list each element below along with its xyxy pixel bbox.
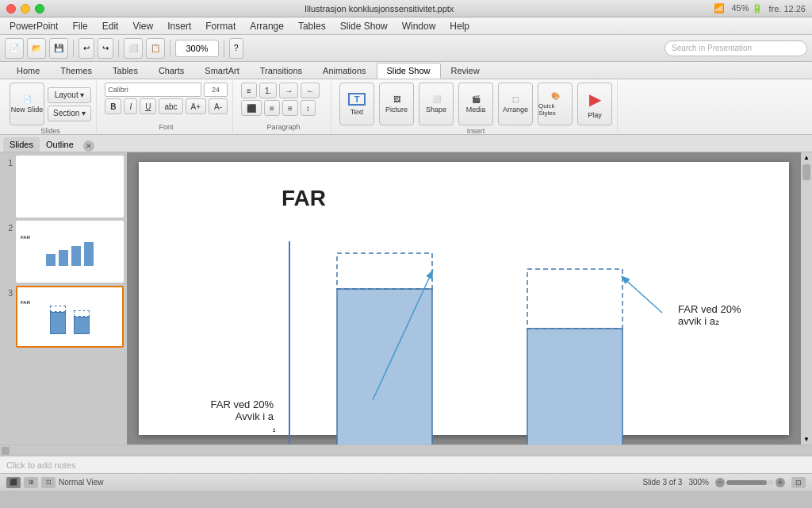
zoom-display[interactable]: 300% [175,40,219,57]
section-button[interactable]: Section ▾ [48,106,91,121]
align-left-button[interactable]: ⬛ [241,100,262,116]
menu-slideshow[interactable]: Slide Show [334,19,394,33]
tab-review[interactable]: Review [441,63,490,79]
zoom-out-button[interactable]: − [715,478,725,487]
open-button[interactable]: 📂 [27,38,46,59]
zoom-in-button[interactable]: + [776,478,785,487]
toolbar-separator-2 [118,40,119,57]
search-input[interactable]: Search in Presentation [665,40,807,56]
help-button[interactable]: ? [229,38,243,59]
tab-slideshow[interactable]: Slide Show [377,63,441,79]
insert-shape-button[interactable]: ⬜ Shape [419,83,454,125]
increase-font-button[interactable]: A+ [186,98,207,114]
strikethrough-button[interactable]: abc [159,98,182,114]
tab-outline[interactable]: Outline [40,137,80,152]
menu-tables[interactable]: Tables [292,19,332,33]
redo-button[interactable]: ↪ [98,38,113,59]
decrease-font-button[interactable]: A- [209,98,228,114]
slide-thumbnail-3[interactable]: FAR [16,286,124,348]
menubar: PowerPoint File Edit View Insert Format … [0,17,812,35]
menu-window[interactable]: Window [396,19,442,33]
zoom-slider[interactable] [726,480,774,485]
italic-button[interactable]: I [124,98,137,114]
svg-line-7 [622,277,662,313]
menu-edit[interactable]: Edit [96,19,125,33]
menu-file[interactable]: File [66,19,94,33]
menu-arrange[interactable]: Arrange [243,19,290,33]
paste-button[interactable]: 📋 [146,38,165,59]
svg-rect-5 [527,269,622,329]
scrollbar-right[interactable]: ▲ ▼ [801,152,812,444]
indent-less-button[interactable]: ← [301,83,320,98]
slide-sorter-button[interactable]: ⊞ [24,477,38,488]
new-slide-button[interactable]: 📄 New Slide [10,83,44,125]
menu-insert[interactable]: Insert [161,19,197,33]
align-center-button[interactable]: ≡ [264,100,280,116]
font-name-input[interactable]: Calibri [105,83,201,97]
maximize-button[interactable] [35,4,44,13]
text-icon: T [348,93,366,106]
save-button[interactable]: 💾 [49,38,68,59]
zoom-level: 300% [688,478,709,487]
quick-styles-button[interactable]: 🎨 Quick Styles [538,83,573,125]
menu-help[interactable]: Help [443,19,476,33]
play-button[interactable]: ▶ Play [577,83,612,125]
close-button[interactable] [6,4,16,13]
tab-smartart[interactable]: SmartArt [194,63,249,79]
arrange-icon: ⬚ [512,95,519,103]
tab-themes[interactable]: Themes [50,63,102,79]
undo-button[interactable]: ↩ [79,38,94,59]
insert-media-button[interactable]: 🎬 Media [458,83,493,125]
minimize-button[interactable] [21,4,30,13]
slide-thumb-container-3: 3 FAR [3,286,124,348]
menu-view[interactable]: View [126,19,159,33]
insert-text-button[interactable]: T Text [339,83,374,125]
tab-tables[interactable]: Tables [102,63,148,79]
tab-slides[interactable]: Slides [3,137,40,152]
scrollbar-thumb[interactable] [802,164,810,180]
bold-button[interactable]: B [105,98,121,114]
copy-button[interactable]: ⬜ [124,38,143,59]
scroll-up-button[interactable]: ▲ [803,154,810,161]
titlebar: Illustrasjon konklusjonssensitivitet.ppt… [0,0,812,17]
arrange-button[interactable]: ⬚ Arrange [498,83,533,125]
slide-thumbnail-1[interactable] [16,156,124,217]
menu-format[interactable]: Format [199,19,242,33]
menu-powerpoint[interactable]: PowerPoint [3,19,64,33]
font-size-input[interactable]: 24 [204,83,228,97]
align-right-button[interactable]: ≡ [282,100,298,116]
line-spacing-button[interactable]: ↕ [301,100,316,116]
slide-count: Slide 3 of 3 [642,478,682,487]
tab-home[interactable]: Home [6,63,50,79]
horizontal-scrollbar[interactable] [0,444,812,456]
presentation-button[interactable]: ⊡ [41,477,56,488]
ribbon-group-paragraph: ≡ 1. → ← ⬛ ≡ ≡ ↕ Paragraph [236,81,331,133]
indent-more-button[interactable]: → [279,83,298,98]
slide-title: FAR [282,186,326,211]
insert-picture-button[interactable]: 🖼 Picture [379,83,414,125]
bullets-button[interactable]: ≡ [241,83,257,98]
new-button[interactable]: 📄 [5,38,24,59]
slide-thumb-container-2: 2 FAR [3,221,124,283]
normal-view-button[interactable]: ⬛ [6,477,21,488]
close-panel-button[interactable]: ✕ [83,140,94,152]
traffic-lights [6,4,44,13]
numbering-button[interactable]: 1. [259,83,277,98]
slide-number-2: 2 [3,221,13,233]
slide-canvas[interactable]: FAR [139,162,789,435]
new-slide-icon: 📄 [23,95,32,103]
svg-rect-2 [337,289,432,444]
tab-animations[interactable]: Animations [312,63,376,79]
fit-to-window-button[interactable]: ⊡ [791,477,806,488]
tab-charts[interactable]: Charts [148,63,194,79]
scroll-down-button[interactable]: ▼ [803,436,810,443]
ribbon-group-font: Calibri 24 B I U abc A+ A- Font [100,81,233,133]
underline-button[interactable]: U [140,98,156,114]
canvas-area: FAR [127,152,801,444]
slide-number-3: 3 [3,286,13,298]
layout-button[interactable]: Layout ▾ [48,87,91,103]
slide-thumbnail-2[interactable]: FAR [16,221,124,283]
notes-area[interactable]: Click to add notes [0,456,812,473]
tab-transitions[interactable]: Transitions [250,63,312,79]
hscroll-thumb[interactable] [2,447,10,455]
